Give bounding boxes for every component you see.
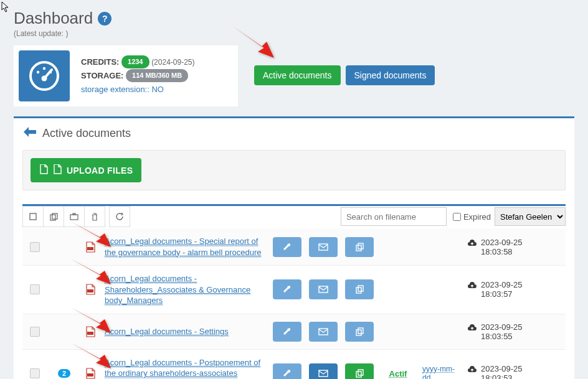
svg-rect-22	[87, 373, 93, 377]
mail-button[interactable]	[309, 322, 338, 342]
copy-button[interactable]	[345, 279, 374, 299]
svg-rect-25	[358, 370, 363, 375]
wrench-button[interactable]	[273, 363, 301, 379]
mail-button[interactable]	[309, 363, 338, 379]
svg-rect-21	[358, 328, 363, 334]
svg-point-1	[37, 71, 39, 73]
uploaded-timestamp: 2023-09-2518:03:53	[481, 364, 523, 379]
expired-checkbox[interactable]: Expired	[453, 212, 491, 222]
page-title: Dashboard	[14, 9, 93, 28]
mail-button[interactable]	[309, 279, 338, 299]
storage-extension-link[interactable]: storage extension:: NO	[81, 85, 164, 94]
svg-rect-16	[356, 288, 361, 293]
mail-button[interactable]	[309, 237, 338, 257]
briefcase-icon[interactable]	[64, 206, 85, 227]
credits-label: CREDITS:	[81, 57, 119, 67]
cloud-upload-icon	[467, 238, 477, 249]
copy-button[interactable]	[345, 237, 374, 257]
pdf-icon[interactable]	[83, 284, 97, 295]
svg-rect-23	[319, 370, 328, 377]
pdf-icon[interactable]	[83, 326, 97, 337]
svg-rect-7	[52, 213, 57, 219]
cloud-upload-icon	[467, 280, 477, 291]
active-documents-button[interactable]: Active documents	[254, 65, 341, 85]
expired-checkbox-input[interactable]	[453, 213, 461, 221]
info-card: CREDITS: 1234 (2024-09-25) STORAGE: 114 …	[14, 45, 238, 106]
svg-rect-18	[87, 332, 93, 335]
panel-title: Active documents	[42, 127, 131, 140]
svg-rect-12	[356, 245, 361, 251]
credits-date: (2024-09-25)	[151, 58, 194, 67]
table-row: Acorn_Legal documents - Special report o…	[22, 228, 566, 266]
cloud-upload-icon	[467, 364, 477, 375]
search-input[interactable]	[341, 207, 447, 226]
document-link[interactable]: Acorn_Legal documents - Settings	[105, 327, 229, 337]
help-icon[interactable]: ?	[98, 12, 111, 26]
file-word-icon	[53, 164, 62, 176]
svg-rect-15	[319, 286, 328, 292]
storage-badge: 114 MB/360 MB	[126, 69, 188, 82]
table-row: Acorn_Legal documents - Shareholders_Ass…	[22, 266, 566, 314]
status-badge: Actif	[389, 369, 407, 378]
wrench-button[interactable]	[273, 279, 301, 299]
svg-rect-14	[87, 289, 93, 292]
copy-button[interactable]	[345, 363, 374, 379]
row-checkbox[interactable]	[30, 327, 40, 337]
table-row: Acorn_Legal documents - Settings 2023-09…	[22, 314, 566, 350]
row-count-badge: 2	[58, 369, 70, 378]
expired-label: Expired	[463, 212, 491, 222]
active-documents-panel: Active documents UPLOAD FILES	[14, 116, 574, 379]
cloud-upload-icon	[467, 322, 477, 334]
svg-rect-13	[358, 243, 363, 249]
storage-label: STORAGE:	[81, 71, 123, 80]
back-arrow-icon[interactable]	[22, 126, 37, 141]
svg-rect-24	[356, 372, 361, 377]
pdf-icon[interactable]	[83, 368, 97, 379]
svg-rect-20	[356, 330, 361, 335]
upload-files-button[interactable]: UPLOAD FILES	[31, 158, 141, 182]
date-link[interactable]: yyyy-mm-dd	[422, 365, 455, 379]
svg-rect-9	[73, 213, 75, 215]
copy-button[interactable]	[345, 322, 374, 342]
upload-label: UPLOAD FILES	[67, 166, 133, 175]
row-checkbox[interactable]	[30, 242, 40, 252]
file-pdf-icon	[39, 164, 48, 176]
svg-rect-8	[70, 215, 78, 220]
row-checkbox[interactable]	[30, 284, 40, 294]
svg-rect-17	[358, 286, 363, 291]
svg-point-4	[42, 76, 47, 82]
pdf-icon[interactable]	[83, 241, 97, 253]
cursor-icon	[1, 1, 10, 14]
document-link[interactable]: Acorn_Legal documents - Special report o…	[105, 236, 261, 258]
dashboard-gauge-icon	[19, 50, 70, 101]
wrench-button[interactable]	[273, 237, 301, 257]
svg-rect-19	[319, 329, 328, 335]
refresh-icon[interactable]	[109, 206, 130, 227]
select-all-checkbox[interactable]	[22, 206, 44, 227]
uploaded-timestamp: 2023-09-2518:03:57	[481, 280, 523, 299]
document-link[interactable]: Acorn_Legal documents - Postponement of …	[105, 358, 260, 379]
trash-icon[interactable]	[84, 206, 105, 227]
wrench-button[interactable]	[273, 322, 301, 342]
row-checkbox[interactable]	[30, 368, 40, 378]
svg-rect-5	[30, 213, 36, 220]
latest-update-label: (Latest update: )	[14, 29, 574, 38]
credits-badge: 1234	[121, 55, 149, 68]
svg-rect-11	[319, 244, 328, 250]
table-row: 2 Acorn_Legal documents - Postponement o…	[22, 350, 566, 379]
document-link[interactable]: Acorn_Legal documents - Shareholders_Ass…	[105, 274, 250, 306]
svg-rect-10	[87, 247, 93, 250]
user-select[interactable]: Stefan Geelen	[495, 207, 566, 226]
copy-icon[interactable]	[43, 206, 64, 227]
uploaded-timestamp: 2023-09-2518:03:55	[481, 322, 523, 341]
svg-point-2	[43, 67, 45, 70]
uploaded-timestamp: 2023-09-2518:03:58	[481, 238, 523, 256]
svg-rect-6	[50, 215, 55, 220]
signed-documents-button[interactable]: Signed documents	[346, 65, 435, 85]
